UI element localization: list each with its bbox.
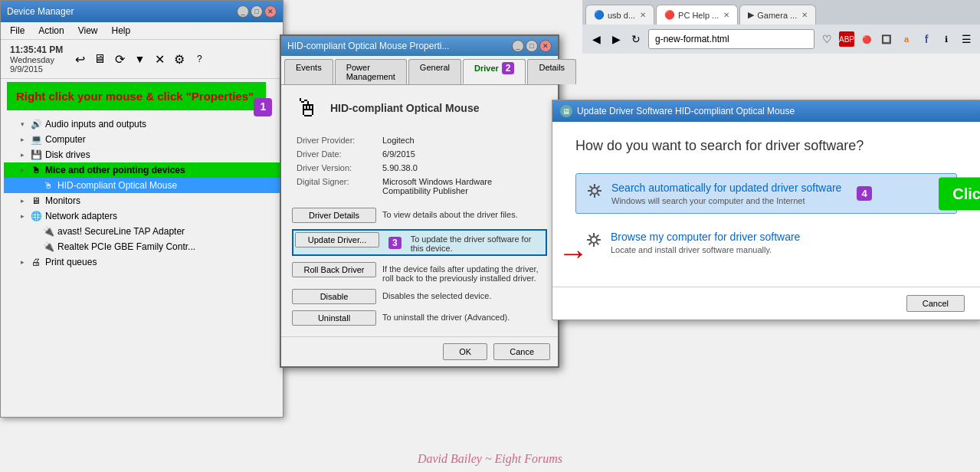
dialog-content: 🖱 HID-compliant Optical Mouse Driver Pro… xyxy=(281,85,558,336)
mp-minimize[interactable]: _ xyxy=(512,40,524,52)
step-1-badge: 1 xyxy=(254,98,272,116)
driver-field-value: Microsoft Windows Hardware Compatibility… xyxy=(379,175,546,197)
menu-view[interactable]: View xyxy=(72,24,104,38)
ext6-icon[interactable]: ℹ xyxy=(939,31,954,47)
ext3-icon[interactable]: 🔲 xyxy=(879,31,894,47)
toolbar-btn-1[interactable]: ↩ xyxy=(70,50,89,68)
tree-item[interactable]: ▸🌐Network adapters xyxy=(4,208,280,224)
step-2-badge: 2 xyxy=(502,62,515,74)
tree-item-icon: 🖱 xyxy=(30,164,42,176)
driver-option-text: Browse my computer for driver softwareLo… xyxy=(611,231,800,254)
browser-tab[interactable]: ▶Gamera ...✕ xyxy=(739,5,816,25)
toolbar-btn-5[interactable]: ✕ xyxy=(150,50,169,68)
driver-button-desc: To uninstall the driver (Advanced). xyxy=(382,310,547,322)
update-driver-title: Update Driver Software HID-compliant Opt… xyxy=(577,106,795,116)
driver-field-label: Driver Provider: xyxy=(293,134,378,146)
ok-button[interactable]: OK xyxy=(443,343,487,360)
menu-help[interactable]: Help xyxy=(106,24,137,38)
dialog-tab[interactable]: Events xyxy=(284,59,333,84)
tree-item-label: Audio inputs and outputs xyxy=(45,119,146,129)
back-icon[interactable]: ◀ xyxy=(588,31,604,47)
toolbar-btn-6[interactable]: ⚙ xyxy=(170,50,188,68)
tree-item[interactable]: ▸🖨Print queues xyxy=(4,254,280,270)
step-4-badge: 4 xyxy=(857,186,871,201)
tree-item[interactable]: 🔌Realtek PCIe GBE Family Contr... xyxy=(4,239,280,254)
dialog-tab[interactable]: Driver2 xyxy=(463,59,526,84)
driver-info-row: Driver Version:5.90.38.0 xyxy=(293,162,546,174)
svg-line-11 xyxy=(597,243,599,245)
tree-item[interactable]: 🖱HID-compliant Optical Mouse xyxy=(4,178,280,193)
toolbar-btn-2[interactable]: 🖥 xyxy=(90,50,109,68)
update-driver-icon: 🖥 xyxy=(560,105,572,117)
tree-item-label: Monitors xyxy=(45,195,80,206)
tree-item[interactable]: ▸💻Computer xyxy=(4,132,280,147)
cancel-button[interactable]: Cance xyxy=(493,343,550,360)
disable-button[interactable]: Disable xyxy=(292,289,376,304)
mouse-props-titlebar: HID-compliant Optical Mouse Properti... … xyxy=(281,36,558,56)
driver-option[interactable]: Browse my computer for driver softwareLo… xyxy=(575,223,957,262)
update-cancel-button[interactable]: Cancel xyxy=(906,295,965,312)
toolbar-btn-7[interactable]: ? xyxy=(190,50,208,68)
day-display: Wednesday xyxy=(10,55,63,64)
tree-item[interactable]: ▸🖥Monitors xyxy=(4,193,280,208)
mp-maximize[interactable]: □ xyxy=(526,40,538,52)
maximize-button[interactable]: □ xyxy=(251,5,263,18)
uninstall-button[interactable]: Uninstall xyxy=(292,310,376,326)
tree-expander xyxy=(28,225,41,238)
driver-field-value: 5.90.38.0 xyxy=(379,162,546,174)
tree-item[interactable]: 🔌avast! SecureLine TAP Adapter xyxy=(4,224,280,239)
step-3-badge: 3 xyxy=(388,237,402,249)
update-driver...-button[interactable]: Update Driver... xyxy=(295,232,379,247)
right-click-annotation: Right click your mouse & click "Properti… xyxy=(7,82,266,110)
roll-back-driver-button[interactable]: Roll Back Driver xyxy=(292,262,376,277)
ext1-icon[interactable]: ABP xyxy=(839,31,854,47)
ext5-icon[interactable]: f xyxy=(919,31,934,47)
tree-item-label: Mice and other pointing devices xyxy=(45,165,185,175)
menu-action[interactable]: Action xyxy=(32,24,70,38)
bookmark-icon[interactable]: ♡ xyxy=(819,31,834,47)
dialog-tab[interactable]: Power Management xyxy=(335,59,407,84)
click-annotation: Click xyxy=(939,177,980,210)
driver-button-row: Update Driver...3To update the driver so… xyxy=(292,229,547,256)
mp-close[interactable]: ✕ xyxy=(539,40,552,52)
driver-option[interactable]: Search automatically for updated driver … xyxy=(575,173,957,214)
ext2-icon[interactable]: 🔴 xyxy=(859,31,874,47)
tree-item-icon: 🖥 xyxy=(30,195,42,207)
address-input[interactable] xyxy=(648,29,814,49)
mouse-props-title: HID-compliant Optical Mouse Properti... xyxy=(287,41,449,51)
close-button[interactable]: ✕ xyxy=(264,5,277,18)
svg-line-4 xyxy=(590,194,592,196)
tree-item[interactable]: ▾🔊Audio inputs and outputs xyxy=(4,116,280,132)
driver-button-row: Driver DetailsTo view details about the … xyxy=(292,208,547,223)
minimize-button[interactable]: _ xyxy=(237,5,249,18)
browser-tab[interactable]: 🔵usb d...✕ xyxy=(585,5,654,25)
dialog-tab[interactable]: General xyxy=(408,59,461,84)
tree-expander xyxy=(28,179,41,192)
forward-icon[interactable]: ▶ xyxy=(608,31,624,47)
tree-item-icon: 🔊 xyxy=(30,118,42,130)
toolbar-btn-3[interactable]: ⟳ xyxy=(110,50,129,68)
tree-item-icon: 🖱 xyxy=(42,179,54,192)
browser-address-bar: ◀ ▶ ↻ ♡ ABP 🔴 🔲 a f ℹ ☰ xyxy=(582,25,980,54)
browser-tabs: 🔵usb d...✕🔴PC Help ...✕▶Gamera ...✕ xyxy=(582,0,980,25)
tree-expander: ▸ xyxy=(16,149,28,161)
menu-icon[interactable]: ☰ xyxy=(959,31,974,47)
ext4-icon[interactable]: a xyxy=(899,31,914,47)
toolbar-btn-4[interactable]: ▼ xyxy=(130,50,149,68)
tree-expander: ▸ xyxy=(16,133,28,146)
toolbar: 11:35:41 PM Wednesday 9/9/2015 ↩ 🖥 ⟳ ▼ ✕… xyxy=(1,40,283,79)
dialog-tab[interactable]: Details xyxy=(527,59,576,84)
driver-button-row: UninstallTo uninstall the driver (Advanc… xyxy=(292,310,547,326)
driver-button-desc: If the device fails after updating the d… xyxy=(382,262,547,283)
svg-line-6 xyxy=(590,186,592,188)
driver-field-label: Driver Version: xyxy=(293,162,378,174)
driver-details-button[interactable]: Driver Details xyxy=(292,208,376,223)
device-manager-titlebar: Device Manager _ □ ✕ xyxy=(1,1,283,22)
tree-item[interactable]: ▸💾Disk drives xyxy=(4,147,280,162)
tree-item[interactable]: ▸🖱Mice and other pointing devices xyxy=(4,162,280,178)
browser-tab[interactable]: 🔴PC Help ...✕ xyxy=(656,5,738,25)
menu-file[interactable]: File xyxy=(4,24,31,38)
mouse-properties-dialog: HID-compliant Optical Mouse Properti... … xyxy=(280,34,559,368)
driver-buttons: Driver DetailsTo view details about the … xyxy=(292,208,547,329)
refresh-icon[interactable]: ↻ xyxy=(628,31,644,47)
